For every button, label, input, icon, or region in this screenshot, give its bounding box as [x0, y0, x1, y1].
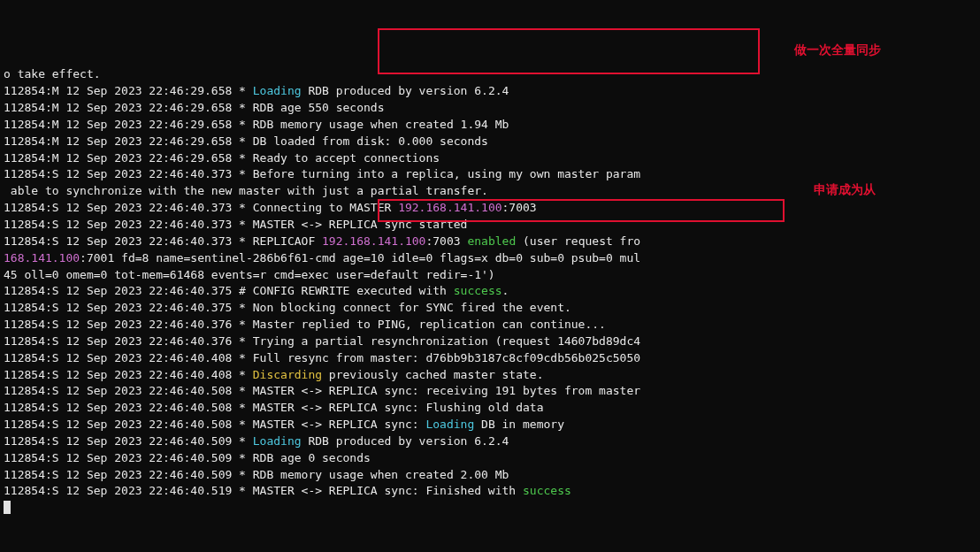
log-line: 112854:S 12 Sep 2023 22:46:40.373 * REPL… — [4, 234, 976, 250]
log-line: 112854:M 12 Sep 2023 22:46:29.658 * Read… — [4, 150, 976, 167]
log-line: 112854:S 12 Sep 2023 22:46:40.375 # CONF… — [4, 283, 976, 300]
annotation-full-sync: 做一次全量同步 — [794, 41, 881, 58]
log-line: 112854:S 12 Sep 2023 22:46:40.373 * MAST… — [4, 217, 976, 234]
cursor-line — [4, 500, 976, 517]
log-line: 112854:S 12 Sep 2023 22:46:40.508 * MAST… — [4, 400, 976, 417]
log-line: 112854:S 12 Sep 2023 22:46:40.408 * Disc… — [4, 367, 976, 384]
log-line: 112854:S 12 Sep 2023 22:46:40.509 * Load… — [4, 433, 976, 450]
log-line: able to synchronize with the new master … — [4, 183, 976, 200]
terminal-output: o take effect.112854:M 12 Sep 2023 22:46… — [0, 66, 980, 517]
log-line: 112854:S 12 Sep 2023 22:46:40.373 * Conn… — [4, 200, 976, 217]
cursor — [4, 501, 11, 514]
log-line: 112854:M 12 Sep 2023 22:46:29.658 * DB l… — [4, 134, 976, 150]
log-line: 112854:S 12 Sep 2023 22:46:40.375 * Non … — [4, 300, 976, 317]
log-line: 112854:S 12 Sep 2023 22:46:40.509 * RDB … — [4, 467, 976, 484]
log-line: 112854:S 12 Sep 2023 22:46:40.508 * MAST… — [4, 417, 976, 433]
log-line: 112854:S 12 Sep 2023 22:46:40.373 * Befo… — [4, 166, 976, 183]
log-line: o take effect. — [4, 66, 976, 83]
log-line: 112854:M 12 Sep 2023 22:46:29.658 * Load… — [4, 83, 976, 100]
log-line: 112854:S 12 Sep 2023 22:46:40.519 * MAST… — [4, 483, 976, 500]
log-line: 112854:S 12 Sep 2023 22:46:40.376 * Mast… — [4, 317, 976, 334]
log-line: 112854:S 12 Sep 2023 22:46:40.509 * RDB … — [4, 450, 976, 467]
log-line: 112854:S 12 Sep 2023 22:46:40.408 * Full… — [4, 350, 976, 367]
log-line: 112854:S 12 Sep 2023 22:46:40.376 * Tryi… — [4, 334, 976, 350]
log-line: 112854:M 12 Sep 2023 22:46:29.658 * RDB … — [4, 117, 976, 134]
log-line: 45 oll=0 omem=0 tot-mem=61468 events=r c… — [4, 267, 976, 284]
log-line: 112854:S 12 Sep 2023 22:46:40.508 * MAST… — [4, 383, 976, 400]
log-line: 168.141.100:7001 fd=8 name=sentinel-286b… — [4, 250, 976, 267]
log-line: 112854:M 12 Sep 2023 22:46:29.658 * RDB … — [4, 100, 976, 117]
